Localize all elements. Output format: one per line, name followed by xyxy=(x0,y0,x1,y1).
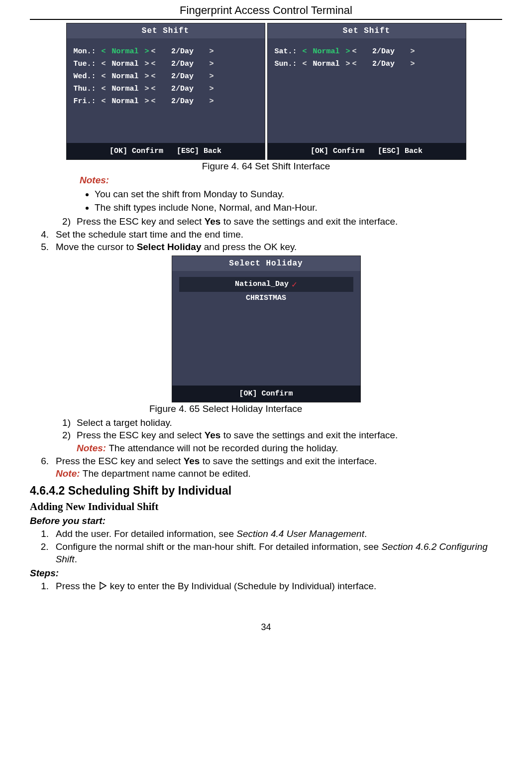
steps-label: Steps: xyxy=(30,567,502,580)
step-number: 5. xyxy=(40,241,49,254)
step-text: Set the schedule start time and the end … xyxy=(56,228,243,241)
holiday-item: CHRISTMAS xyxy=(179,292,353,304)
shift-row: Sun.:<Normal><2/Day> xyxy=(275,60,459,68)
step-text: Select a target holiday. xyxy=(77,416,172,429)
holiday-item: National_Day✓ xyxy=(179,277,353,292)
step-number: 1. xyxy=(40,527,49,540)
section-heading: 4.6.4.2 Scheduling Shift by Individual xyxy=(30,483,502,499)
screen-right-title: Set Shift xyxy=(268,23,466,38)
step-text: Add the user. For detailed information, … xyxy=(56,527,367,540)
step-number: 1) xyxy=(60,416,71,429)
note-item: The shift types include None, Normal, an… xyxy=(95,201,502,214)
check-icon: ✓ xyxy=(292,279,297,290)
holiday-title: Select Holiday xyxy=(172,256,360,271)
step-text: Press the ESC key and select Yes to save… xyxy=(77,429,398,442)
step-text: Press the ESC key and select Yes to save… xyxy=(56,455,377,468)
set-shift-screen-left: Set Shift Mon.:<Normal><2/Day>Tue.:<Norm… xyxy=(66,23,265,160)
step-number: 2) xyxy=(60,429,71,442)
step-number: 4. xyxy=(40,228,49,241)
shift-row: Fri.:<Normal><2/Day> xyxy=(74,97,258,106)
step-text: Press the key to enter the By Individual… xyxy=(56,580,376,593)
holiday-footer: [OK] Confirm xyxy=(172,386,360,402)
note-item: You can set the shift from Monday to Sun… xyxy=(95,188,502,201)
note-text: Note: The department name cannot be edit… xyxy=(56,467,251,480)
step-number: 2. xyxy=(40,540,49,566)
page-number: 34 xyxy=(30,622,502,633)
before-you-start-label: Before you start: xyxy=(30,515,502,527)
select-holiday-screen: Select Holiday National_Day✓CHRISTMAS [O… xyxy=(172,256,361,402)
page-header-title: Fingerprint Access Control Terminal xyxy=(30,0,502,20)
notes-text: The attendance will not be recorded duri… xyxy=(108,443,338,453)
shift-row: Thu.:<Normal><2/Day> xyxy=(74,85,258,93)
step-text: Press the ESC key and select Yes to save… xyxy=(77,215,398,228)
screen-left-footer: [OK] Confirm [ESC] Back xyxy=(67,143,265,159)
shift-row: Mon.:<Normal><2/Day> xyxy=(74,47,258,56)
set-shift-screen-right: Set Shift Sat.:<Normal><2/Day>Sun.:<Norm… xyxy=(267,23,466,160)
svg-marker-0 xyxy=(100,582,106,589)
shift-row: Wed.:<Normal><2/Day> xyxy=(74,72,258,81)
step-number: 1. xyxy=(40,580,49,593)
screen-left-title: Set Shift xyxy=(67,23,265,38)
right-triangle-icon xyxy=(99,581,107,591)
figure-caption-2: Figure 4. 65 Select Holiday Interface xyxy=(149,403,502,414)
notes-list: You can set the shift from Monday to Sun… xyxy=(95,188,502,214)
shift-row: Tue.:<Normal><2/Day> xyxy=(74,60,258,68)
figure-caption-1: Figure 4. 64 Set Shift Interface xyxy=(30,161,502,172)
step-number: 2) xyxy=(60,215,71,228)
step-number: 6. xyxy=(40,455,49,468)
step-text: Configure the normal shift or the man-ho… xyxy=(56,540,502,566)
set-shift-figure: Set Shift Mon.:<Normal><2/Day>Tue.:<Norm… xyxy=(30,23,502,160)
notes-label: Notes: xyxy=(77,443,108,453)
step-number xyxy=(40,467,49,480)
subsection-heading: Adding New Individual Shift xyxy=(30,500,502,514)
step-text: Move the cursor to Select Holiday and pr… xyxy=(56,241,297,254)
screen-right-footer: [OK] Confirm [ESC] Back xyxy=(268,143,466,159)
shift-row: Sat.:<Normal><2/Day> xyxy=(275,47,459,56)
notes-label: Notes: xyxy=(80,175,109,185)
